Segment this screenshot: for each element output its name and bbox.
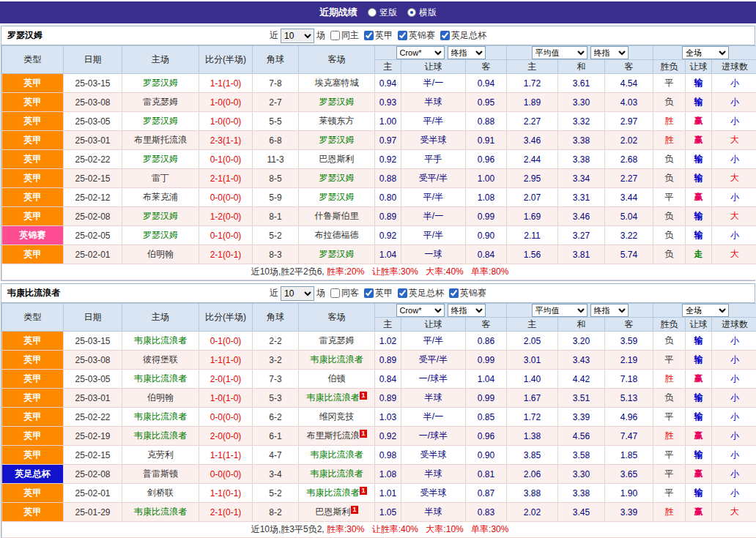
- sub-column-header: 进球数: [712, 60, 756, 74]
- euro-away-odds: 3.22: [605, 226, 653, 245]
- home-team: 罗瑟汉姆: [122, 207, 199, 226]
- asia-handicap: 受半球: [401, 446, 466, 465]
- goals-result: 小: [712, 484, 756, 503]
- checkbox-input[interactable]: [440, 31, 450, 40]
- match-result: 负: [653, 93, 686, 112]
- bookmaker-select[interactable]: Crow*: [396, 46, 445, 59]
- section-header-bar: 罗瑟汉姆近10场同主英甲英锦赛英足总杯: [1, 26, 755, 45]
- away-team: 伯顿: [299, 370, 375, 389]
- match-date: 25-02-05: [64, 226, 122, 245]
- match-row: 英甲25-02-22韦康比流浪者0-0(0-0)6-2维冈竞技1.03半/一0.…: [2, 408, 756, 427]
- match-date: 25-03-15: [64, 332, 122, 351]
- full-time-select[interactable]: 全场: [682, 46, 729, 59]
- view-option[interactable]: 横版: [407, 7, 437, 19]
- match-result: 负: [653, 150, 686, 169]
- filter-checkbox[interactable]: 英锦赛: [398, 29, 435, 42]
- filter-checkbox[interactable]: 英甲: [364, 287, 393, 299]
- euro-home-odds: 1.67: [507, 389, 558, 408]
- checkbox-input[interactable]: [330, 288, 340, 298]
- euro-home-odds: 2.44: [507, 150, 558, 169]
- match-count-select[interactable]: 10: [281, 286, 314, 301]
- filter-checkbox[interactable]: 同主: [330, 29, 359, 42]
- final-odds-select[interactable]: 终指: [448, 46, 486, 59]
- final-odds-select[interactable]: 终指: [590, 46, 629, 59]
- checkbox-input[interactable]: [364, 288, 374, 298]
- checkbox-input[interactable]: [364, 31, 374, 40]
- corner-count: 6-2: [253, 408, 299, 427]
- match-result: 平: [653, 351, 686, 370]
- filter-checkbox[interactable]: 英锦赛: [449, 287, 486, 299]
- asia-handicap: 受半球: [401, 484, 466, 503]
- view-mode-options: 竖版横版: [368, 7, 437, 19]
- average-odds-select[interactable]: 平均值: [532, 46, 588, 59]
- corner-count: 11-3: [253, 150, 299, 169]
- league-badge: 英甲: [2, 131, 64, 150]
- home-team: 罗瑟汉姆: [122, 226, 199, 245]
- asia-away-odds: 0.99: [466, 389, 507, 408]
- handicap-result: 输: [686, 332, 712, 351]
- euro-draw-odds: 3.30: [558, 465, 605, 484]
- score: 2-1(1-0): [199, 169, 253, 188]
- sub-column-header: 让球: [401, 60, 466, 74]
- goals-result: 小: [712, 389, 756, 408]
- handicap-result: 输: [686, 93, 712, 112]
- checkbox-input[interactable]: [449, 288, 459, 298]
- euro-home-odds: 3.46: [507, 131, 558, 150]
- euro-draw-odds: 4.56: [558, 427, 605, 446]
- away-team: 罗瑟汉姆: [299, 131, 375, 150]
- goals-result: 小: [712, 370, 756, 389]
- team-label: 罗瑟汉姆: [319, 249, 355, 259]
- sub-column-header: 客: [605, 60, 653, 74]
- score: 0-1(0-0): [199, 150, 253, 169]
- filter-checkbox[interactable]: 同客: [330, 287, 359, 299]
- goals-result: 小: [712, 465, 756, 484]
- league-badge: 英锦赛: [2, 226, 64, 245]
- home-team: 布里斯托流浪: [122, 131, 199, 150]
- match-result: 负: [653, 226, 686, 245]
- euro-away-odds: 4.54: [605, 74, 653, 93]
- match-row: 英甲25-02-19韦康比流浪者2-0(0-0)6-1布里斯托流浪10.92一/…: [2, 427, 756, 446]
- euro-home-odds: 1.38: [507, 427, 558, 446]
- full-time-select[interactable]: 全场: [682, 304, 729, 317]
- checkbox-input[interactable]: [398, 31, 407, 40]
- asia-handicap: 半球: [401, 389, 466, 408]
- average-odds-select[interactable]: 平均值: [532, 304, 588, 317]
- asia-handicap: 半/一: [401, 408, 466, 427]
- league-badge: 英甲: [2, 503, 64, 522]
- asia-away-odds: 0.95: [466, 93, 507, 112]
- goals-result: 大: [712, 131, 756, 150]
- team-label: 雷丁: [152, 173, 169, 183]
- match-result: 负: [653, 389, 686, 408]
- filter-checkbox[interactable]: 英足总杯: [398, 287, 444, 299]
- match-row: 英锦赛25-02-05罗瑟汉姆0-1(0-0)5-2布拉德福德0.92平/半0.…: [2, 226, 756, 245]
- asia-home-odds: 0.84: [375, 370, 401, 389]
- results-table: 类型日期主场比分(半场)角球客场Crow*终指平均值终指全场主让球客主和客胜负让…: [1, 45, 756, 280]
- view-option[interactable]: 竖版: [368, 7, 397, 19]
- team-name: 罗瑟汉姆: [7, 29, 42, 42]
- team-label: 伯顿: [328, 373, 346, 384]
- home-team: 韦康比流浪者: [122, 503, 199, 522]
- corner-count: 2-2: [253, 332, 299, 351]
- corner-count: 8-3: [253, 245, 299, 264]
- final-odds-select[interactable]: 终指: [448, 304, 486, 317]
- team-name: 韦康比流浪者: [7, 287, 60, 299]
- score: 2-0(1-0): [199, 370, 253, 389]
- asia-handicap: 平/半: [401, 188, 466, 207]
- asia-home-odds: 1.04: [375, 245, 401, 264]
- section-header-bar: 韦康比流浪者近10场同客英甲英足总杯英锦赛: [1, 284, 755, 303]
- asia-away-odds: 0.96: [466, 427, 507, 446]
- handicap-result: 走: [686, 245, 712, 264]
- checkbox-input[interactable]: [398, 288, 407, 298]
- team-label: 伯明翰: [147, 392, 174, 403]
- match-count-select[interactable]: 10: [281, 29, 314, 43]
- score: 2-1(0-1): [199, 245, 253, 264]
- bookmaker-select[interactable]: Crow*: [396, 304, 445, 317]
- filter-checkbox[interactable]: 英甲: [364, 29, 393, 42]
- filter-checkbox[interactable]: 英足总杯: [440, 29, 486, 42]
- asia-handicap: 半/一: [401, 74, 466, 93]
- final-odds-select[interactable]: 终指: [590, 304, 629, 317]
- league-badge: 英甲: [2, 484, 64, 503]
- match-result: 平: [653, 465, 686, 484]
- euro-away-odds: 5.74: [605, 245, 653, 264]
- checkbox-input[interactable]: [330, 31, 340, 40]
